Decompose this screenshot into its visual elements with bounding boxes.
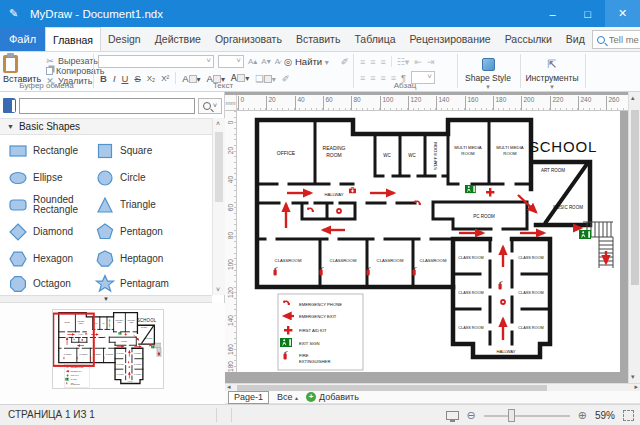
horizontal-scrollbar[interactable]: ◂ ▸	[225, 383, 640, 391]
clear-format-icon[interactable]: A̷	[275, 57, 280, 66]
exit-sign-icon	[280, 338, 292, 347]
shapes-scroll-thumb[interactable]	[215, 132, 223, 202]
tab-review[interactable]: Рецензирование	[403, 27, 498, 51]
svg-text:ROOM: ROOM	[461, 151, 475, 156]
find-button[interactable]: ◎ Найти ▾	[284, 56, 329, 67]
scroll-up-icon[interactable]: ▴	[631, 94, 635, 102]
library-book-icon[interactable]	[3, 98, 16, 113]
shape-style-icon	[482, 58, 495, 71]
floorplan-drawing[interactable]: OFFICE READING ROOM WC WC STAFF ROOM MUL…	[237, 111, 620, 372]
clipboard-icon	[3, 55, 18, 73]
section-basic-shapes[interactable]: ▼ Basic Shapes	[0, 118, 212, 135]
shape-item-octagon[interactable]: Octagon	[8, 271, 94, 297]
zoom-in-icon[interactable]: ⊕	[578, 410, 587, 421]
shape-item-heptagon[interactable]: Heptagon	[95, 246, 181, 272]
scroll-right-icon[interactable]: ▸	[634, 383, 638, 391]
shape-item-square[interactable]: Square	[95, 138, 181, 164]
scroll-down-icon[interactable]: ˅	[216, 286, 220, 293]
shape-item-hexagon[interactable]: Hexagon	[8, 246, 94, 272]
shrink-font-icon[interactable]: A▾	[261, 57, 270, 66]
document-page[interactable]: OFFICE READING ROOM WC WC STAFF ROOM MUL…	[237, 111, 620, 372]
tab-mailings[interactable]: Рассылки	[498, 27, 559, 51]
tab-design[interactable]: Design	[101, 27, 148, 51]
scroll-up-icon[interactable]: ˄	[216, 120, 220, 127]
svg-text:MULTI MEDIA: MULTI MEDIA	[454, 145, 482, 150]
shape-item-diamond[interactable]: Diamond	[8, 219, 94, 245]
fit-page-icon[interactable]	[623, 410, 634, 421]
svg-text:CLASSROOM: CLASSROOM	[420, 258, 447, 263]
zoom-slider-thumb[interactable]	[508, 409, 515, 422]
tab-arrange[interactable]: Организовать	[208, 27, 289, 51]
tab-page-1[interactable]: Page-1	[228, 391, 269, 404]
tab-file[interactable]: Файл	[0, 27, 45, 51]
add-page-button[interactable]: + Добавить	[306, 392, 359, 402]
shape-item-rectangle[interactable]: Rectangle	[8, 138, 94, 164]
vertical-scroll-thumb[interactable]	[631, 110, 639, 285]
window-title: MyDraw - Document1.ndx	[30, 8, 163, 20]
shape-item-pentagon[interactable]: Pentagon	[95, 219, 181, 245]
zoom-out-icon[interactable]: ⊖	[467, 410, 476, 421]
tell-me-search[interactable]	[592, 30, 640, 49]
status-bar: СТРАНИЦА 1 ИЗ 1 ⊖ ⊕ 59%	[0, 404, 640, 425]
align-top-icon[interactable]: ≡	[360, 57, 365, 67]
pages-dropdown[interactable]: Все ▴	[277, 392, 298, 402]
shape-item-pentagram[interactable]: Pentagram	[95, 271, 181, 297]
svg-text:WC: WC	[383, 153, 391, 158]
tell-me-input[interactable]	[609, 34, 640, 45]
shape-item-rounded-rectangle[interactable]: Rounded Rectangle	[8, 192, 94, 218]
shapes-scrollbar[interactable]: ˄ ˅	[212, 118, 225, 295]
cut-button[interactable]: ✂ Вырезать	[45, 56, 98, 66]
svg-text:CLASS ROOM: CLASS ROOM	[518, 326, 543, 330]
svg-text:ART ROOM: ART ROOM	[541, 168, 565, 173]
floorplan-legend: EMERGENCY PHONE EMERGENCY EXIT FIRST AID…	[278, 294, 363, 370]
maximize-button[interactable]: □	[570, 0, 605, 27]
grow-font-icon[interactable]: A▴	[248, 57, 257, 66]
zoom-slider[interactable]	[484, 409, 570, 422]
shape-item-ellipse[interactable]: Ellipse	[8, 165, 94, 191]
search-icon	[597, 36, 605, 44]
vertical-scrollbar[interactable]: ▴ ▾	[628, 92, 640, 383]
align-bottom-icon[interactable]: ≡	[381, 57, 386, 67]
svg-text:EXTINGUISHER: EXTINGUISHER	[299, 359, 330, 364]
shape-item-triangle[interactable]: Triangle	[95, 192, 181, 218]
shape-item-circle[interactable]: Circle	[95, 165, 181, 191]
pan-zoom-preview[interactable]	[0, 303, 225, 404]
align-middle-icon[interactable]: ≡	[370, 57, 375, 67]
drawing-canvas-area: mm 020 4060 80100 120140 160180 200220 2…	[225, 92, 640, 383]
minimize-button[interactable]: –	[535, 0, 570, 27]
svg-text:ROOM: ROOM	[503, 151, 517, 156]
tools-button[interactable]: ⇱ Инструменты ▾	[523, 55, 581, 91]
svg-text:PC ROOM: PC ROOM	[473, 214, 495, 219]
copy-button[interactable]: Копировать	[45, 66, 104, 76]
format-painter-icon[interactable]: ✐	[341, 56, 349, 67]
fire-alarm-icon	[336, 208, 342, 214]
shape-search-input[interactable]	[19, 98, 195, 114]
indent-increase-icon[interactable]: ⇥	[427, 57, 435, 67]
ruler-unit: mm	[225, 95, 237, 111]
zoom-level: 59%	[595, 410, 615, 421]
close-button[interactable]: ✕	[605, 0, 640, 27]
bullet-list-icon[interactable]: ☷▾	[397, 57, 410, 67]
font-family-combo[interactable]	[98, 55, 214, 68]
svg-text:WC: WC	[408, 153, 416, 158]
svg-text:EMERGENCY PHONE: EMERGENCY PHONE	[299, 302, 342, 307]
shape-style-button[interactable]: Shape Style ▾	[459, 55, 517, 91]
chevron-up-icon: ▴	[295, 395, 298, 401]
fit-screen-icon[interactable]	[446, 411, 459, 420]
tab-table[interactable]: Таблица	[347, 27, 402, 51]
svg-text:CLASS ROOM: CLASS ROOM	[458, 291, 483, 295]
tab-view[interactable]: Вид	[559, 27, 592, 51]
shape-search-button[interactable]: ˅	[198, 98, 222, 114]
indent-decrease-icon[interactable]: ⇤	[414, 57, 422, 67]
panel-splitter[interactable]: ▼	[0, 295, 212, 303]
tab-action[interactable]: Действие	[148, 27, 208, 51]
svg-text:HALLWAY: HALLWAY	[324, 192, 343, 197]
scroll-down-icon[interactable]: ▾	[631, 373, 635, 381]
horizontal-ruler: 020 4060 80100 120140 160180 200220 2402…	[237, 95, 628, 111]
svg-text:CLASSROOM: CLASSROOM	[330, 258, 357, 263]
tab-insert[interactable]: Вставить	[289, 27, 348, 51]
svg-text:EMERGENCY EXIT: EMERGENCY EXIT	[299, 314, 337, 319]
tab-home[interactable]: Главная	[45, 27, 101, 51]
svg-text:CLASSROOM: CLASSROOM	[377, 258, 404, 263]
font-size-combo[interactable]	[218, 55, 244, 68]
